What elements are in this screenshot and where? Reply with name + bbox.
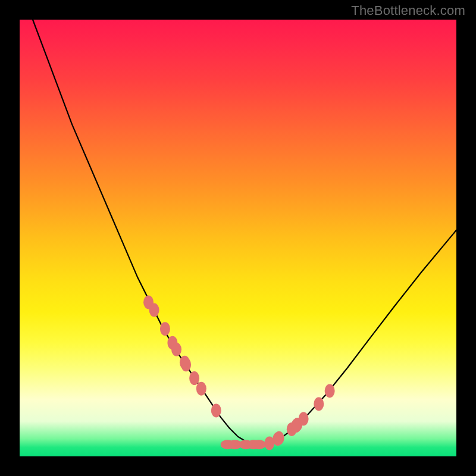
watermark-text: TheBottleneck.com: [351, 3, 465, 18]
marker-bottom: [252, 440, 266, 449]
marker-left: [196, 382, 206, 396]
marker-right: [314, 397, 324, 411]
marker-right: [274, 431, 284, 445]
plot-area: [20, 20, 456, 456]
bottleneck-curve: [33, 20, 456, 444]
marker-left: [160, 322, 170, 336]
chart-frame: TheBottleneck.com: [0, 0, 476, 476]
marker-left: [181, 358, 191, 371]
chart-svg: [20, 20, 456, 456]
marker-left: [189, 371, 199, 385]
marker-left: [211, 403, 221, 417]
data-markers: [143, 295, 335, 450]
marker-right: [299, 412, 309, 425]
marker-left: [171, 343, 181, 356]
marker-left: [149, 303, 159, 317]
marker-right: [325, 384, 335, 397]
